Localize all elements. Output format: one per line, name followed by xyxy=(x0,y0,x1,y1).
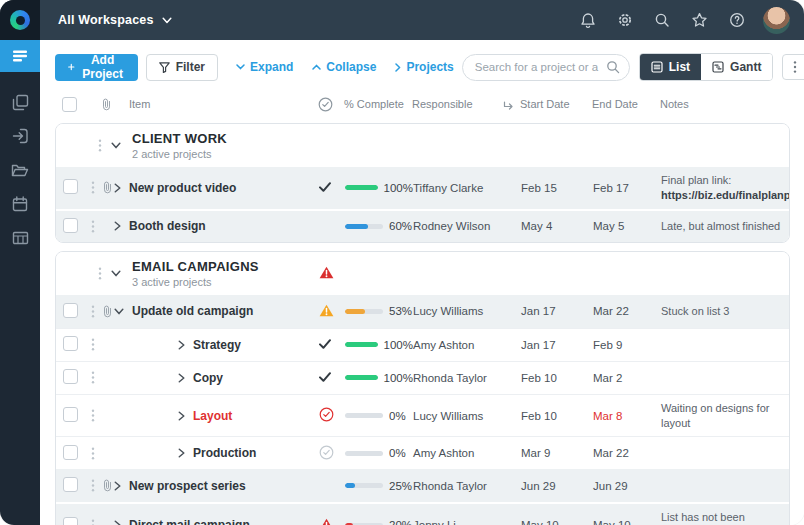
check-circle-red-icon xyxy=(319,407,334,422)
folder-open-icon xyxy=(11,163,29,178)
help-icon[interactable] xyxy=(729,12,745,28)
percent-label: 25% xyxy=(389,480,412,492)
row-checkbox[interactable] xyxy=(63,477,78,492)
table-row[interactable]: Copy 100% Rhonda Taylor Feb 10 Mar 2 xyxy=(56,361,789,394)
search-input[interactable] xyxy=(462,54,630,81)
sidebar-item-folder-open[interactable] xyxy=(0,154,40,186)
kebab-icon xyxy=(793,60,797,74)
chevron-right-icon[interactable] xyxy=(178,448,185,458)
column-item[interactable]: Item xyxy=(113,98,318,110)
row-checkbox[interactable] xyxy=(63,407,78,422)
collapse-label: Collapse xyxy=(326,60,376,74)
progress-bar xyxy=(345,309,383,314)
item-name[interactable]: Copy xyxy=(193,371,223,385)
kebab-icon[interactable] xyxy=(91,409,95,422)
chevron-right-icon[interactable] xyxy=(178,340,185,350)
kebab-icon[interactable] xyxy=(98,267,102,280)
row-checkbox[interactable] xyxy=(63,336,78,351)
kebab-icon[interactable] xyxy=(91,338,95,351)
kebab-icon[interactable] xyxy=(91,305,95,318)
kebab-icon[interactable] xyxy=(91,479,95,492)
kebab-icon[interactable] xyxy=(91,519,95,525)
item-name[interactable]: Production xyxy=(193,446,256,460)
column-start-date[interactable]: Start Date xyxy=(520,98,592,110)
row-checkbox[interactable] xyxy=(63,303,78,318)
item-name[interactable]: New product video xyxy=(129,181,236,195)
column-notes[interactable]: Notes xyxy=(660,98,790,110)
table-row[interactable]: Direct mail campaign 20% Jonny Li May 10… xyxy=(56,502,789,525)
chevron-right-icon[interactable] xyxy=(178,411,185,421)
chevron-right-icon[interactable] xyxy=(114,520,121,525)
item-name[interactable]: New prospect series xyxy=(129,479,246,493)
table-row[interactable]: Layout 0% Lucy Williams Feb 10 Mar 8 Wai… xyxy=(56,394,789,437)
group-header[interactable]: CLIENT WORK 2 active projects xyxy=(56,124,789,167)
collapse-link[interactable]: Collapse xyxy=(312,60,376,74)
chevron-right-icon[interactable] xyxy=(178,373,185,383)
chevron-down-icon[interactable] xyxy=(114,308,124,315)
row-checkbox[interactable] xyxy=(63,218,78,233)
row-checkbox[interactable] xyxy=(63,517,78,525)
sidebar-item-list-view[interactable] xyxy=(0,40,40,72)
chevron-down-icon[interactable] xyxy=(111,270,121,277)
list-view-button[interactable]: List xyxy=(640,54,701,80)
item-name[interactable]: Update old campaign xyxy=(132,304,253,318)
notes-cell xyxy=(661,339,789,351)
chevron-down-icon[interactable] xyxy=(111,142,121,149)
expand-link[interactable]: Expand xyxy=(236,60,293,74)
responsible-name: Lucy Williams xyxy=(413,305,521,317)
kebab-icon[interactable] xyxy=(91,220,95,233)
kebab-icon[interactable] xyxy=(91,371,95,384)
row-checkbox[interactable] xyxy=(63,369,78,384)
chevron-down-icon xyxy=(236,64,245,70)
item-name[interactable]: Direct mail campaign xyxy=(129,518,250,525)
table-row[interactable]: New product video 100% Tiffany Clarke Fe… xyxy=(56,167,789,209)
column-end-date[interactable]: End Date xyxy=(592,98,660,110)
sidebar-item-sign-in[interactable] xyxy=(0,120,40,152)
user-avatar[interactable] xyxy=(763,7,790,34)
item-name[interactable]: Strategy xyxy=(193,338,241,352)
sidebar-item-table[interactable] xyxy=(0,222,40,254)
chevron-right-icon[interactable] xyxy=(114,481,121,491)
kebab-icon[interactable] xyxy=(91,181,95,194)
logo-ring-icon xyxy=(10,10,30,30)
item-name[interactable]: Booth design xyxy=(129,219,206,233)
app-logo[interactable] xyxy=(0,0,40,40)
chevron-right-icon[interactable] xyxy=(114,183,121,193)
table-row[interactable]: New prospect series 25% Rhonda Taylor Ju… xyxy=(56,469,789,502)
bell-icon[interactable] xyxy=(580,12,596,29)
search-icon[interactable] xyxy=(654,12,670,28)
table-row[interactable]: Production 0% Amy Ashton Mar 9 Mar 22 xyxy=(56,436,789,469)
table-row[interactable]: Strategy 100% Amy Ashton Jan 17 Feb 9 xyxy=(56,328,789,361)
row-checkbox[interactable] xyxy=(63,445,78,460)
select-all-checkbox[interactable] xyxy=(62,97,77,112)
star-icon[interactable] xyxy=(691,12,708,28)
end-date: Mar 2 xyxy=(593,372,661,384)
column-percent[interactable]: % Complete xyxy=(344,98,412,110)
group-header[interactable]: EMAIL CAMPAIGNS 3 active projects xyxy=(56,252,789,295)
add-project-button[interactable]: Add Project xyxy=(55,54,138,81)
more-options-button[interactable] xyxy=(782,54,804,80)
end-date: May 5 xyxy=(593,220,661,232)
start-date: Feb 10 xyxy=(521,410,593,422)
filter-label: Filter xyxy=(176,60,205,74)
item-name[interactable]: Layout xyxy=(193,409,232,423)
sidebar-nav xyxy=(0,40,40,254)
gear-icon[interactable] xyxy=(617,12,633,28)
chevron-right-icon[interactable] xyxy=(114,221,121,231)
group-subtitle: 2 active projects xyxy=(132,148,227,160)
table-row[interactable]: Booth design 60% Rodney Wilson May 4 May… xyxy=(56,209,789,242)
sidebar-item-calendar[interactable] xyxy=(0,188,40,220)
kebab-icon[interactable] xyxy=(98,139,102,152)
search-icon[interactable] xyxy=(606,60,620,78)
sidebar-item-copy-pages[interactable] xyxy=(0,86,40,118)
table-row[interactable]: Update old campaign 53% Lucy Williams Ja… xyxy=(56,295,789,328)
projects-link[interactable]: Projects xyxy=(395,60,453,74)
row-checkbox[interactable] xyxy=(63,179,78,194)
list-label: List xyxy=(669,60,690,74)
filter-button[interactable]: Filter xyxy=(146,54,218,81)
kebab-icon[interactable] xyxy=(91,447,95,460)
calendar-icon xyxy=(12,196,28,212)
responsible-name: Jonny Li xyxy=(413,519,521,525)
gantt-view-button[interactable]: Gantt xyxy=(701,54,772,80)
workspace-selector[interactable]: All Workspaces xyxy=(58,13,172,27)
